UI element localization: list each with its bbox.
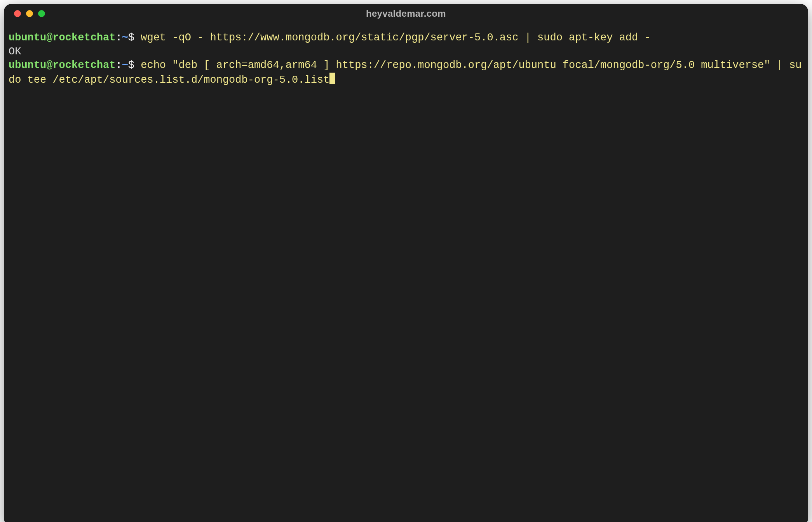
terminal-line: OK xyxy=(9,46,21,57)
close-icon[interactable] xyxy=(14,10,21,17)
prompt-symbol: $ xyxy=(128,59,134,71)
terminal-window: heyvaldemar.com ubuntu@rocketchat:~$ wge… xyxy=(4,4,808,522)
prompt-user: ubuntu xyxy=(9,32,46,44)
prompt-at: @ xyxy=(46,59,52,71)
terminal-line: ubuntu@rocketchat:~$ echo "deb [ arch=am… xyxy=(9,59,802,86)
prompt-user: ubuntu xyxy=(9,59,46,71)
prompt-host: rocketchat xyxy=(52,59,115,71)
title-bar: heyvaldemar.com xyxy=(4,4,808,23)
cursor-icon xyxy=(329,73,335,84)
terminal-body[interactable]: ubuntu@rocketchat:~$ wget -qO - https://… xyxy=(4,23,808,522)
prompt-colon: : xyxy=(115,32,122,44)
prompt-colon: : xyxy=(115,59,122,71)
window-title: heyvaldemar.com xyxy=(4,8,808,19)
prompt-at: @ xyxy=(46,32,52,44)
prompt-symbol: $ xyxy=(128,32,134,44)
prompt-path: ~ xyxy=(122,32,128,44)
minimize-icon[interactable] xyxy=(26,10,33,17)
terminal-line: ubuntu@rocketchat:~$ wget -qO - https://… xyxy=(9,32,651,44)
prompt-path: ~ xyxy=(122,59,128,71)
output-text: OK xyxy=(9,46,21,57)
zoom-icon[interactable] xyxy=(38,10,45,17)
prompt-host: rocketchat xyxy=(52,32,115,44)
command-text: wget -qO - https://www.mongodb.org/stati… xyxy=(141,32,650,44)
traffic-lights xyxy=(4,10,45,17)
